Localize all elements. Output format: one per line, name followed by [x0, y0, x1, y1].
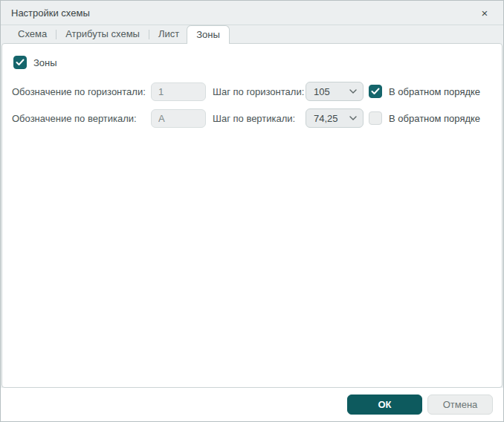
horizontal-step-select[interactable]: 105 — [306, 82, 364, 101]
dialog-title: Настройки схемы — [11, 7, 90, 19]
settings-dialog: Настройки схемы × Схема Атрибуты схемы Л… — [0, 0, 504, 422]
tab-separator — [149, 30, 149, 39]
chevron-down-icon — [349, 89, 357, 94]
horizontal-settings-row: Обозначение по горизонтали: Шаг по гориз… — [12, 82, 492, 101]
ok-button[interactable]: ОК — [347, 395, 422, 415]
tab-schema-attributes[interactable]: Атрибуты схемы — [58, 25, 147, 43]
vertical-step-select[interactable]: 74,25 — [306, 108, 364, 128]
zones-enable-row: Зоны — [13, 56, 492, 69]
tab-separator — [56, 30, 56, 39]
vertical-reverse-label: В обратном порядке — [389, 113, 480, 124]
horizontal-reverse-label: В обратном порядке — [389, 86, 480, 97]
close-icon[interactable]: × — [476, 4, 493, 21]
zones-panel: Зоны Обозначение по горизонтали: Шаг по … — [1, 43, 503, 388]
vertical-designation-input[interactable] — [151, 109, 206, 128]
horizontal-reverse-checkbox[interactable] — [369, 85, 382, 98]
vertical-step-value: 74,25 — [314, 113, 349, 124]
zones-checkbox-label: Зоны — [33, 57, 57, 68]
tab-schema[interactable]: Схема — [10, 25, 54, 43]
tab-bar: Схема Атрибуты схемы Лист Зоны — [1, 25, 503, 43]
vertical-settings-row: Обозначение по вертикали: Шаг по вертика… — [12, 108, 492, 128]
vertical-reverse-checkbox[interactable] — [369, 111, 382, 125]
tab-zones[interactable]: Зоны — [187, 25, 230, 44]
dialog-footer: ОК Отмена — [1, 388, 503, 421]
tab-sheet[interactable]: Лист — [151, 25, 187, 43]
horizontal-designation-input[interactable] — [151, 82, 206, 101]
check-icon — [371, 88, 380, 95]
cancel-button[interactable]: Отмена — [427, 395, 493, 415]
check-icon — [16, 59, 25, 66]
vertical-designation-label: Обозначение по вертикали: — [12, 113, 151, 124]
chevron-down-icon — [349, 116, 357, 120]
zones-checkbox[interactable] — [13, 56, 27, 69]
vertical-step-label: Шаг по вертикали: — [213, 113, 306, 124]
horizontal-step-value: 105 — [314, 86, 349, 97]
horizontal-step-label: Шаг по горизонтали: — [213, 86, 306, 97]
horizontal-designation-label: Обозначение по горизонтали: — [12, 86, 151, 97]
title-bar: Настройки схемы × — [1, 1, 503, 25]
